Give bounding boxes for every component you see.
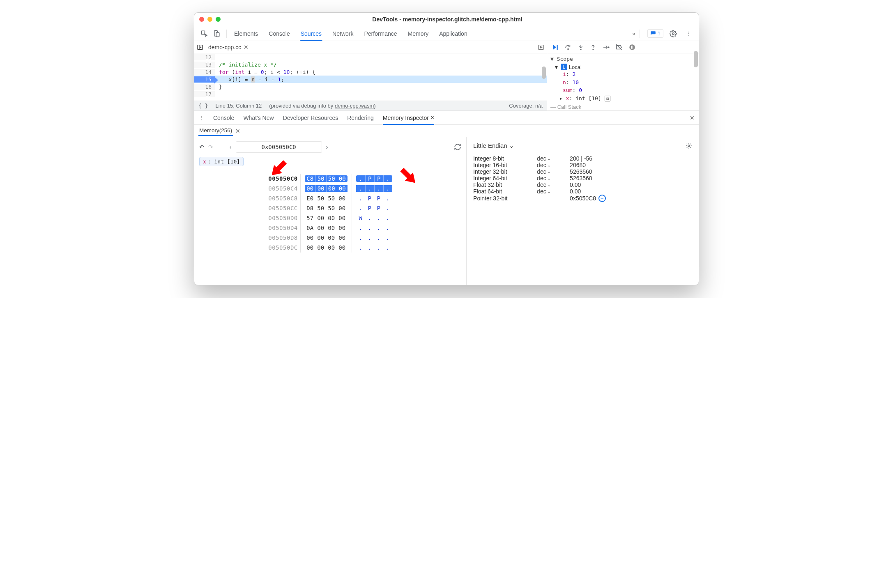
pretty-print-icon[interactable]: { }: [198, 103, 208, 109]
main-tab-memory[interactable]: Memory: [407, 26, 430, 41]
value-type-label: Float 64-bit: [473, 188, 537, 195]
scope-variable-x[interactable]: ▸ x: int [10] ⧈: [550, 94, 695, 103]
source-file-tab[interactable]: demo-cpp.cc ✕: [206, 44, 251, 51]
drawer-tab-rendering[interactable]: Rendering: [347, 111, 374, 124]
jump-to-pointer-icon[interactable]: →: [598, 195, 606, 202]
scope-variable[interactable]: i: 2: [550, 70, 695, 78]
main-tab-elements[interactable]: Elements: [233, 26, 259, 41]
main-tab-performance[interactable]: Performance: [363, 26, 398, 41]
code-line[interactable]: 12: [194, 53, 547, 61]
value-type-label: Integer 32-bit: [473, 168, 537, 175]
address-input[interactable]: [236, 141, 322, 153]
debugger-sidebar: ▼ Scope ▼ L Local i: 2n: 10sum: 0 ▸ x: i…: [547, 41, 699, 110]
settings-icon[interactable]: [667, 28, 679, 39]
scope-scrollbar[interactable]: [694, 43, 698, 109]
code-line[interactable]: 13/* initialize x */: [194, 61, 547, 68]
memory-row[interactable]: 005050C8E0505000.PP.: [266, 193, 394, 203]
step-over-icon[interactable]: [564, 44, 572, 51]
devtools-window: DevTools - memory-inspector.glitch.me/de…: [194, 12, 699, 285]
code-line[interactable]: 14for (int i = 0; i < 10; ++i) {: [194, 68, 547, 76]
svg-rect-15: [633, 46, 633, 49]
more-panels-icon[interactable]: »: [632, 30, 635, 37]
memory-row[interactable]: 005050C0C8505000.PP.: [266, 174, 394, 184]
maximize-window-icon[interactable]: [216, 17, 221, 22]
run-snippet-icon[interactable]: [538, 44, 544, 51]
svg-point-9: [568, 48, 568, 49]
page-next-icon[interactable]: ›: [326, 144, 328, 150]
svg-marker-7: [553, 45, 557, 50]
show-navigator-icon[interactable]: [197, 44, 203, 51]
code-line[interactable]: 17: [194, 90, 547, 98]
code-editor[interactable]: 1213/* initialize x */14for (int i = 0; …: [194, 53, 547, 101]
value-representation-selector[interactable]: dec⌄: [537, 188, 570, 195]
source-editor-panel: demo-cpp.cc ✕ 1213/* initialize x */14fo…: [194, 41, 547, 110]
memory-row[interactable]: 005050C400000000....: [266, 184, 394, 193]
memory-row[interactable]: 005050D057000000W...: [266, 213, 394, 223]
devtools-main-toolbar: ElementsConsoleSourcesNetworkPerformance…: [194, 26, 699, 41]
value-representation-selector[interactable]: dec⌄: [537, 168, 570, 175]
main-tab-application[interactable]: Application: [438, 26, 468, 41]
svg-rect-14: [631, 46, 632, 49]
reveal-in-memory-icon[interactable]: ⧈: [605, 96, 610, 101]
main-tab-network[interactable]: Network: [331, 26, 354, 41]
svg-rect-2: [216, 32, 219, 37]
value-display: 0.00: [570, 188, 581, 195]
drawer-tab-what-s-new[interactable]: What's New: [243, 111, 274, 124]
pause-on-exceptions-icon[interactable]: [628, 44, 636, 51]
cursor-position: Line 15, Column 12: [215, 103, 262, 109]
main-tab-sources[interactable]: Sources: [300, 26, 322, 41]
value-display: 200 | -56: [570, 155, 592, 162]
memory-row[interactable]: 005050D40A000000....: [266, 223, 394, 233]
more-menu-icon[interactable]: ⋮: [683, 28, 695, 39]
drawer-menu-icon[interactable]: ⋮: [198, 115, 204, 121]
history-back-icon[interactable]: ↶: [199, 144, 204, 150]
inspect-element-icon[interactable]: [198, 28, 210, 39]
value-settings-icon[interactable]: [686, 142, 692, 149]
memory-row[interactable]: 005050D800000000....: [266, 233, 394, 243]
editor-scrollbar[interactable]: [542, 55, 546, 99]
close-drawer-icon[interactable]: ✕: [690, 115, 695, 121]
memory-inspector-panel: ↶ ↷ ‹ › x: int [10]: [194, 137, 699, 285]
refresh-icon[interactable]: [454, 143, 461, 151]
drawer-tab-developer-resources[interactable]: Developer Resources: [283, 111, 338, 124]
value-type-label: Integer 16-bit: [473, 162, 537, 168]
drawer-tab-console[interactable]: Console: [213, 111, 234, 124]
debug-info-link[interactable]: demo-cpp.wasm: [335, 103, 374, 109]
step-into-icon[interactable]: [578, 44, 584, 51]
value-representation-selector[interactable]: dec⌄: [537, 181, 570, 188]
memory-byte-grid[interactable]: 005050C0C8505000.PP.005050C400000000....…: [266, 170, 394, 253]
resume-icon[interactable]: [551, 44, 559, 51]
memory-row[interactable]: 005050DC00000000....: [266, 243, 394, 253]
value-representation-selector[interactable]: dec⌄: [537, 155, 570, 162]
scope-variable[interactable]: sum: 0: [550, 86, 695, 94]
endianness-selector[interactable]: Little Endian ⌄: [473, 142, 514, 149]
scope-local-header[interactable]: ▼ L Local: [554, 64, 695, 70]
value-row: Float 64-bitdec⌄0.00: [473, 188, 692, 195]
minimize-window-icon[interactable]: [207, 17, 212, 22]
memory-row[interactable]: 005050CCD8505000.PP.: [266, 203, 394, 213]
memory-buffer-tab[interactable]: Memory(256): [198, 126, 233, 136]
page-prev-icon[interactable]: ‹: [230, 144, 232, 150]
close-memory-tab-icon[interactable]: ✕: [235, 128, 240, 134]
issues-badge[interactable]: 1: [647, 29, 663, 38]
drawer-tab-memory-inspector[interactable]: Memory Inspector✕: [383, 111, 434, 124]
value-type-label: Float 32-bit: [473, 181, 537, 188]
close-tab-icon[interactable]: ✕: [430, 115, 434, 120]
code-line[interactable]: 15 x[i] = n - i - 1;: [194, 76, 547, 83]
svg-point-10: [580, 49, 581, 50]
window-title: DevTools - memory-inspector.glitch.me/de…: [226, 16, 669, 23]
value-row: Integer 16-bitdec⌄20680: [473, 162, 692, 168]
main-tab-console[interactable]: Console: [268, 26, 290, 41]
value-representation-selector[interactable]: dec⌄: [537, 162, 570, 168]
scope-variable[interactable]: n: 10: [550, 78, 695, 87]
window-titlebar: DevTools - memory-inspector.glitch.me/de…: [194, 13, 699, 26]
code-line[interactable]: 16}: [194, 83, 547, 90]
close-window-icon[interactable]: [199, 17, 204, 22]
value-representation-selector[interactable]: dec⌄: [537, 175, 570, 181]
deactivate-breakpoints-icon[interactable]: [615, 44, 623, 51]
step-icon[interactable]: [602, 44, 610, 51]
highlighted-object-chip[interactable]: x: int [10]: [199, 157, 244, 166]
step-out-icon[interactable]: [590, 44, 596, 51]
device-toolbar-icon[interactable]: [211, 28, 222, 39]
close-file-icon[interactable]: ✕: [244, 44, 249, 51]
